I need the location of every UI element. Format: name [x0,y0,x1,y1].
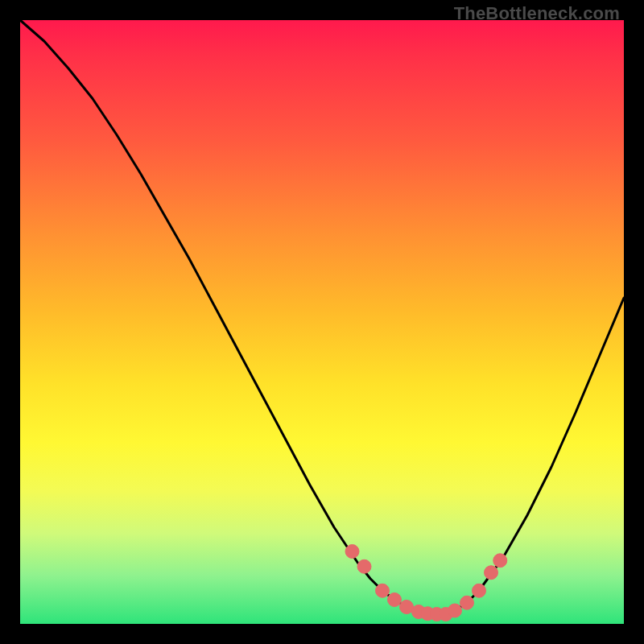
watermark-text: TheBottleneck.com [454,3,620,24]
marker-point [400,601,414,614]
marker-point [345,545,359,559]
highlight-markers [345,545,507,621]
marker-point [448,604,462,617]
bottleneck-curve-path [20,20,624,614]
bottleneck-curve [20,20,624,614]
chart-frame [20,20,624,624]
curve-layer [20,20,624,624]
marker-point [493,554,507,568]
marker-point [388,593,402,607]
marker-point [485,566,498,580]
marker-point [473,584,486,597]
marker-point [460,596,474,609]
marker-point [357,559,371,573]
marker-point [376,584,390,597]
